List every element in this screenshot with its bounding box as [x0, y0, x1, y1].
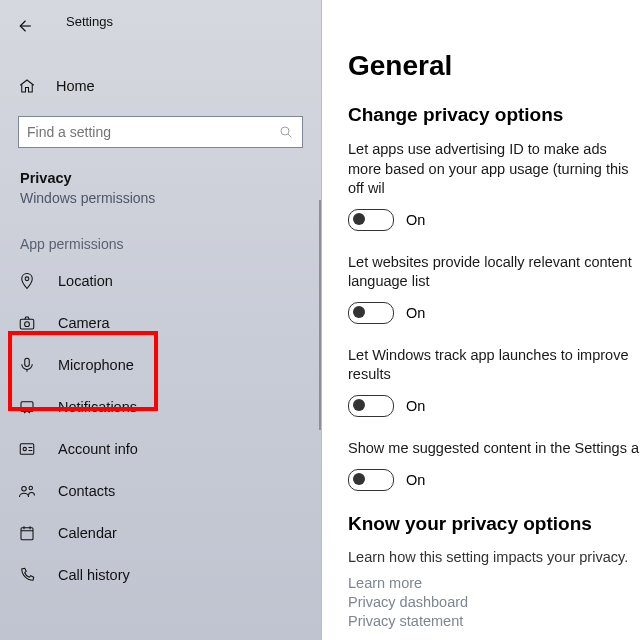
svg-point-3	[25, 322, 30, 327]
sidebar-item-calendar[interactable]: Calendar	[0, 512, 321, 554]
contacts-icon	[18, 482, 36, 500]
option-desc: Let apps use advertising ID to make ads …	[348, 140, 640, 199]
svg-rect-6	[20, 444, 34, 455]
svg-rect-10	[21, 528, 33, 540]
option-language-list: Let websites provide locally relevant co…	[348, 253, 640, 324]
sidebar-item-notifications[interactable]: Notifications	[0, 386, 321, 428]
sidebar-scroll-indicator[interactable]	[319, 200, 321, 430]
toggle-suggested-content[interactable]	[348, 469, 394, 491]
svg-rect-5	[21, 402, 33, 412]
settings-app: Settings Home Privacy Windows permission…	[0, 0, 640, 640]
notifications-icon	[18, 398, 36, 416]
svg-rect-2	[20, 319, 34, 329]
svg-point-8	[22, 487, 27, 492]
sidebar-item-location[interactable]: Location	[0, 260, 321, 302]
nav-label: Calendar	[58, 525, 117, 541]
sidebar-item-contacts[interactable]: Contacts	[0, 470, 321, 512]
search-icon	[278, 124, 294, 140]
toggle-app-launches[interactable]	[348, 395, 394, 417]
toggle-advertising-id[interactable]	[348, 209, 394, 231]
link-learn-more[interactable]: Learn more	[348, 575, 640, 591]
option-suggested-content: Show me suggested content in the Setting…	[348, 439, 640, 491]
call-history-icon	[18, 566, 36, 584]
option-desc: Let Windows track app launches to improv…	[348, 346, 640, 385]
option-app-launches: Let Windows track app launches to improv…	[348, 346, 640, 417]
toggle-state: On	[406, 472, 425, 488]
section-head-privacy: Privacy	[20, 170, 321, 186]
nav-label: Notifications	[58, 399, 137, 415]
link-privacy-dashboard[interactable]: Privacy dashboard	[348, 594, 640, 610]
group-label-app-permissions: App permissions	[20, 236, 321, 252]
sidebar-item-account-info[interactable]: Account info	[0, 428, 321, 470]
toggle-language-list[interactable]	[348, 302, 394, 324]
section-title-know: Know your privacy options	[348, 513, 640, 535]
svg-point-0	[281, 127, 289, 135]
search-input[interactable]	[19, 117, 282, 147]
sidebar-item-home[interactable]: Home	[0, 66, 321, 106]
toggle-state: On	[406, 212, 425, 228]
sidebar-item-camera[interactable]: Camera	[0, 302, 321, 344]
link-privacy-statement[interactable]: Privacy statement	[348, 613, 640, 629]
nav-label: Camera	[58, 315, 110, 331]
section-title-change: Change privacy options	[348, 104, 640, 126]
page-title: General	[348, 50, 640, 82]
nav-label: Account info	[58, 441, 138, 457]
nav-label: Contacts	[58, 483, 115, 499]
option-desc: Show me suggested content in the Setting…	[348, 439, 640, 459]
home-label: Home	[56, 78, 95, 94]
nav-list: Location Camera Microphone Notifications	[0, 260, 321, 596]
nav-label: Microphone	[58, 357, 134, 373]
calendar-icon	[18, 524, 36, 542]
nav-label: Location	[58, 273, 113, 289]
toggle-state: On	[406, 398, 425, 414]
app-title: Settings	[66, 14, 113, 29]
know-subtitle: Learn how this setting impacts your priv…	[348, 549, 640, 565]
section-sub-winperm[interactable]: Windows permissions	[20, 190, 321, 206]
home-icon	[18, 77, 36, 95]
account-info-icon	[18, 440, 36, 458]
option-desc: Let websites provide locally relevant co…	[348, 253, 640, 292]
nav-label: Call history	[58, 567, 130, 583]
search-wrap	[18, 116, 303, 148]
option-advertising-id: Let apps use advertising ID to make ads …	[348, 140, 640, 231]
microphone-icon	[18, 356, 36, 374]
location-icon	[18, 272, 36, 290]
camera-icon	[18, 314, 36, 332]
arrow-left-icon	[15, 17, 33, 35]
sidebar-item-microphone[interactable]: Microphone	[0, 344, 321, 386]
toggle-state: On	[406, 305, 425, 321]
sidebar: Settings Home Privacy Windows permission…	[0, 0, 322, 640]
svg-rect-4	[25, 358, 30, 366]
svg-point-1	[25, 277, 29, 281]
search-box[interactable]	[18, 116, 303, 148]
sidebar-item-call-history[interactable]: Call history	[0, 554, 321, 596]
svg-point-9	[29, 486, 32, 489]
svg-point-7	[23, 447, 26, 450]
content-pane: General Change privacy options Let apps …	[322, 0, 640, 640]
back-button[interactable]	[6, 8, 42, 44]
